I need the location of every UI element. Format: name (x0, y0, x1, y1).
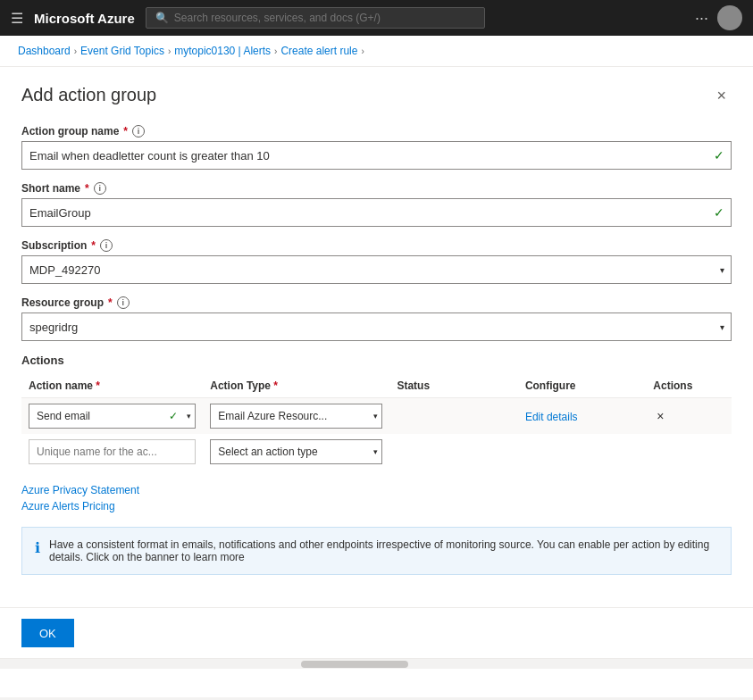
bottom-bar: OK (0, 607, 753, 658)
action-group-name-checkmark: ✓ (714, 148, 724, 162)
main-content: Add action group × Action group name * i… (0, 67, 753, 697)
resource-group-select-wrapper: spegridrg ▾ (21, 312, 732, 341)
short-name-info-icon: i (94, 182, 106, 195)
resource-group-field: Resource group * i spegridrg ▾ (21, 296, 732, 341)
short-name-input-wrapper: ✓ (21, 198, 732, 227)
search-input[interactable] (174, 12, 475, 24)
required-star-1: * (123, 125, 128, 138)
topbar-right: ··· (695, 5, 742, 30)
col-header-action-name: Action name * (21, 374, 203, 398)
delete-row-button[interactable]: × (653, 407, 667, 425)
table-placeholder-configure-cell (518, 434, 646, 470)
action-group-name-field: Action group name * i ✓ (21, 125, 732, 170)
breadcrumb-sep-1: › (74, 46, 77, 56)
table-placeholder-actions-cell (646, 434, 732, 470)
dialog-title: Add action group (21, 85, 156, 105)
scrollbar-track (0, 658, 753, 669)
search-box[interactable]: 🔍 (146, 7, 485, 29)
table-header-row: Action name * Action Type * Status Confi… (21, 374, 732, 398)
subscription-select-wrapper: MDP_492270 ▾ (21, 255, 732, 284)
action-group-name-input[interactable] (21, 141, 732, 170)
col-header-actions: Actions (646, 374, 732, 398)
actions-section-label: Actions (21, 354, 732, 367)
breadcrumb: Dashboard › Event Grid Topics › mytopic0… (0, 36, 753, 67)
info-box-icon: ℹ (35, 539, 40, 563)
breadcrumb-dashboard[interactable]: Dashboard (18, 45, 71, 57)
edit-details-link[interactable]: Edit details (525, 411, 578, 423)
info-box: ℹ Have a consistent format in emails, no… (21, 527, 732, 575)
close-button[interactable]: × (711, 85, 732, 107)
subscription-field: Subscription * i MDP_492270 ▾ (21, 239, 732, 284)
resource-group-select[interactable]: spegridrg (21, 312, 732, 341)
new-action-name-input[interactable] (29, 439, 196, 464)
action-name-select-wrapper: Send email ✓ ▾ (29, 404, 196, 429)
table-row: Send email ✓ ▾ Email Azure Resourc... (21, 398, 732, 435)
app-title: Microsoft Azure (34, 11, 135, 26)
table-placeholder-row: Select an action type ▾ (21, 434, 732, 470)
table-cell-configure: Edit details (518, 398, 646, 435)
scrollbar-thumb[interactable] (301, 661, 408, 668)
new-action-type-select[interactable]: Select an action type (210, 439, 382, 464)
subscription-label: Subscription * i (21, 239, 732, 252)
avatar[interactable] (717, 5, 742, 30)
col-header-status: Status (389, 374, 517, 398)
short-name-field: Short name * i ✓ (21, 182, 732, 227)
dialog-header: Add action group × (21, 85, 732, 107)
pricing-link[interactable]: Azure Alerts Pricing (21, 500, 732, 512)
breadcrumb-sep-4: › (361, 46, 364, 56)
ok-button[interactable]: OK (21, 619, 74, 647)
privacy-link[interactable]: Azure Privacy Statement (21, 484, 732, 496)
subscription-select[interactable]: MDP_492270 (21, 255, 732, 284)
breadcrumb-mytopic[interactable]: mytopic0130 | Alerts (174, 45, 271, 57)
required-star-4: * (108, 296, 113, 309)
more-options-icon[interactable]: ··· (695, 9, 708, 28)
action-group-name-label: Action group name * i (21, 125, 732, 138)
short-name-input[interactable] (21, 198, 732, 227)
info-box-text: Have a consistent format in emails, noti… (49, 538, 718, 563)
table-cell-action-name: Send email ✓ ▾ (21, 398, 203, 435)
dialog: Add action group × Action group name * i… (0, 67, 753, 607)
short-name-checkmark: ✓ (714, 205, 724, 220)
action-group-name-input-wrapper: ✓ (21, 141, 732, 170)
subscription-info-icon: i (100, 239, 113, 252)
resource-group-label: Resource group * i (21, 296, 732, 309)
table-cell-status (389, 398, 517, 435)
table-placeholder-status-cell (389, 434, 517, 470)
topbar: ☰ Microsoft Azure 🔍 ··· (0, 0, 753, 36)
action-type-select[interactable]: Email Azure Resourc... (210, 404, 382, 429)
short-name-label: Short name * i (21, 182, 732, 195)
action-name-select[interactable]: Send email (29, 404, 196, 429)
breadcrumb-sep-3: › (274, 46, 277, 56)
search-icon: 🔍 (155, 12, 169, 24)
col-header-action-type: Action Type * (203, 374, 389, 398)
action-type-select-wrapper: Email Azure Resourc... ▾ (210, 404, 382, 429)
actions-section: Actions Action name * Action Type * Stat… (21, 354, 732, 470)
new-action-type-wrapper: Select an action type ▾ (210, 439, 382, 464)
table-placeholder-name-cell (21, 434, 203, 470)
table-placeholder-type-cell: Select an action type ▾ (203, 434, 389, 470)
required-star-2: * (85, 182, 89, 195)
actions-table: Action name * Action Type * Status Confi… (21, 374, 732, 470)
breadcrumb-sep-2: › (168, 46, 171, 56)
link-section: Azure Privacy Statement Azure Alerts Pri… (21, 484, 732, 512)
breadcrumb-create-alert[interactable]: Create alert rule (280, 45, 357, 57)
table-cell-action-type: Email Azure Resourc... ▾ (203, 398, 389, 435)
required-star-3: * (91, 239, 96, 252)
resource-group-info-icon: i (117, 296, 130, 309)
breadcrumb-event-grid[interactable]: Event Grid Topics (80, 45, 164, 57)
hamburger-icon[interactable]: ☰ (11, 10, 23, 27)
action-group-name-info-icon: i (132, 125, 145, 138)
table-cell-delete: × (646, 398, 732, 435)
col-header-configure: Configure (518, 374, 646, 398)
